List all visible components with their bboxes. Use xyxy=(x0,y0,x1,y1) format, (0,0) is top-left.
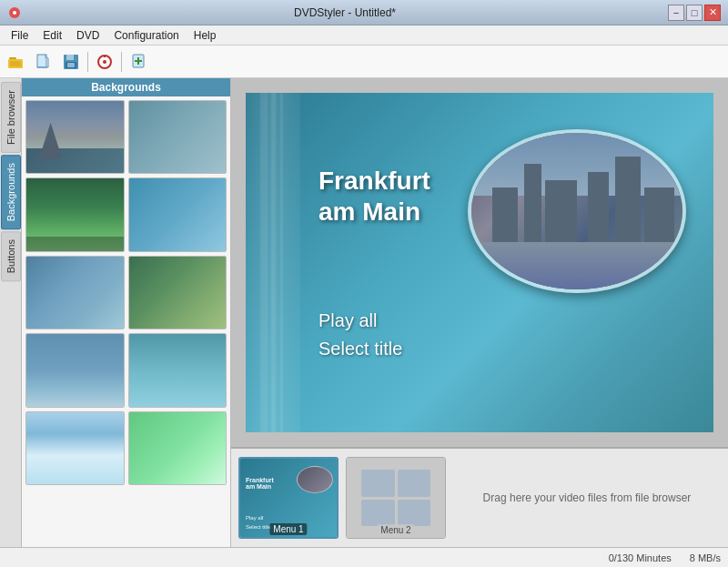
window-controls: − □ ✕ xyxy=(668,5,721,21)
size-info: 8 MB/s xyxy=(690,552,721,563)
burn-button[interactable] xyxy=(92,49,117,75)
preview-area: Frankfurt am Main xyxy=(231,78,728,547)
select-title-button[interactable]: Select title xyxy=(318,339,402,359)
save-button[interactable] xyxy=(58,49,84,75)
svg-point-12 xyxy=(103,60,106,64)
menu-title: Frankfurt am Main xyxy=(318,166,430,227)
dvd-menu-preview: Frankfurt am Main xyxy=(246,93,713,432)
background-thumb-10[interactable] xyxy=(128,411,228,485)
svg-rect-2 xyxy=(9,57,16,59)
grid-cell-2 xyxy=(398,470,430,496)
open-button[interactable] xyxy=(4,49,29,75)
restore-button[interactable]: □ xyxy=(686,5,703,21)
menu-2-grid xyxy=(361,470,430,526)
photo-sky xyxy=(471,133,682,196)
sidebar-tab-panel: File browser Backgrounds Buttons xyxy=(0,78,22,547)
building-5 xyxy=(615,157,641,243)
bottom-panel: Frankfurtam Main Play all Select title M… xyxy=(231,447,728,547)
svg-rect-10 xyxy=(67,63,75,67)
main-area: File browser Backgrounds Buttons Backgro… xyxy=(0,78,728,547)
background-thumb-7[interactable] xyxy=(25,333,125,407)
grid-cell-4 xyxy=(398,500,430,526)
sidebar-tab-file-browser[interactable]: File browser xyxy=(1,82,21,153)
menu-dvd[interactable]: DVD xyxy=(69,27,106,44)
grid-cell-1 xyxy=(361,470,394,496)
background-thumb-5[interactable] xyxy=(25,256,125,329)
background-thumb-4[interactable] xyxy=(128,177,228,251)
menu-title-line1: Frankfurt xyxy=(318,166,430,197)
panel-header: Backgrounds xyxy=(22,78,230,96)
time-info: 0/130 Minutes xyxy=(609,552,672,563)
building-1 xyxy=(492,187,518,242)
add-button[interactable] xyxy=(126,49,151,75)
building-3 xyxy=(545,180,577,243)
stripe-3 xyxy=(280,93,283,432)
window-title: DVDStyler - Untitled* xyxy=(22,6,668,19)
mini-select-title: Select title xyxy=(246,524,271,530)
menu-photo-content xyxy=(471,133,682,289)
svg-point-1 xyxy=(13,11,16,15)
sidebar-tab-backgrounds[interactable]: Backgrounds xyxy=(1,155,21,229)
backgrounds-panel: Backgrounds xyxy=(22,78,231,547)
stripe-2 xyxy=(271,93,276,432)
play-all-button[interactable]: Play all xyxy=(318,310,402,331)
building-6 xyxy=(644,187,673,242)
mini-menu-title: Frankfurtam Main xyxy=(246,477,274,490)
menu-1-label: Menu 1 xyxy=(269,523,307,535)
mini-play-all: Play all xyxy=(246,515,263,521)
menu-buttons: Play all Select title xyxy=(318,310,402,359)
toolbar-separator-1 xyxy=(87,52,88,72)
mini-menu-oval xyxy=(297,466,333,493)
background-thumb-9[interactable] xyxy=(25,411,125,485)
background-thumb-6[interactable] xyxy=(128,256,228,329)
grid-cell-3 xyxy=(361,500,394,526)
background-thumb-2[interactable] xyxy=(128,100,228,174)
app-icon xyxy=(7,5,22,20)
statusbar: 0/130 Minutes 8 MB/s xyxy=(0,547,728,567)
photo-water xyxy=(471,242,682,289)
background-thumb-8[interactable] xyxy=(128,333,228,407)
toolbar-separator-2 xyxy=(121,52,122,72)
menu-title-line2: am Main xyxy=(318,197,430,228)
menu-2-label: Menu 2 xyxy=(377,524,414,536)
close-button[interactable]: ✕ xyxy=(704,5,721,21)
backgrounds-grid xyxy=(22,96,230,547)
menu-help[interactable]: Help xyxy=(187,27,224,44)
background-thumb-1[interactable] xyxy=(25,100,125,174)
svg-rect-8 xyxy=(66,55,74,60)
menu-photo-oval xyxy=(468,129,686,293)
preview-canvas: Frankfurt am Main xyxy=(231,78,728,447)
menubar: File Edit DVD Configuration Help xyxy=(0,25,728,46)
menu-thumb-1[interactable]: Frankfurtam Main Play all Select title M… xyxy=(238,457,339,539)
stripe-1 xyxy=(260,93,268,432)
menu-edit[interactable]: Edit xyxy=(35,27,69,44)
building-4 xyxy=(588,172,609,242)
minimize-button[interactable]: − xyxy=(668,5,684,21)
drop-hint: Drag here your video files from file bro… xyxy=(453,491,721,504)
sidebar-tab-buttons[interactable]: Buttons xyxy=(1,231,21,281)
new-button[interactable] xyxy=(31,49,56,75)
building-2 xyxy=(524,164,541,242)
menu-configuration[interactable]: Configuration xyxy=(106,27,186,44)
drop-hint-text: Drag here your video files from file bro… xyxy=(483,491,692,504)
menu-file[interactable]: File xyxy=(4,27,35,44)
menu-thumb-2[interactable]: Menu 2 xyxy=(346,457,446,539)
toolbar xyxy=(0,46,728,78)
background-thumb-3[interactable] xyxy=(25,177,125,251)
svg-rect-4 xyxy=(10,61,21,66)
titlebar: DVDStyler - Untitled* − □ ✕ xyxy=(0,0,728,25)
